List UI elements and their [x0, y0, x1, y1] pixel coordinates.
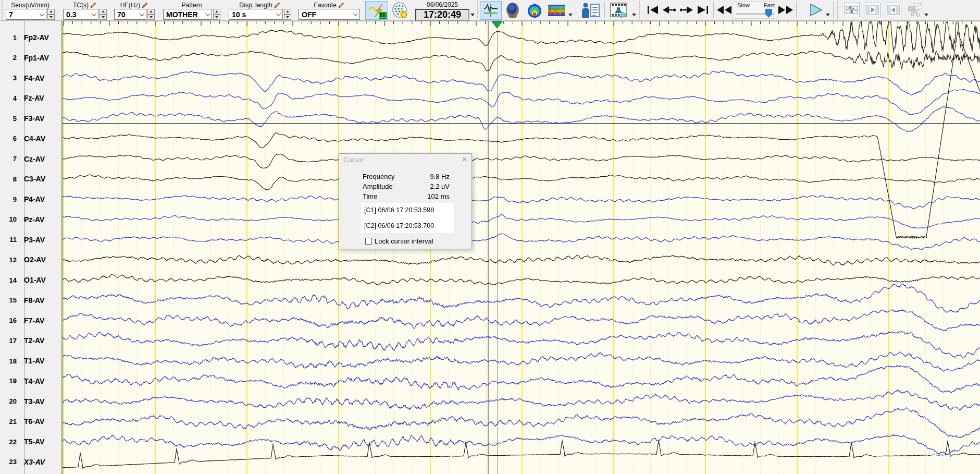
rewind-button[interactable] [716, 2, 733, 18]
lock-cursor-interval-row: Lock cursor interval [365, 237, 433, 245]
channel-label-panel: 1Fp2-AV2Fp1-AV3F4-AV4Fz-AV5F3-AV6C4-AV7C… [0, 21, 63, 474]
toolbar-separator [833, 2, 834, 18]
clip-dropdown-arrow-icon[interactable] [924, 14, 928, 16]
channel-row[interactable]: 5F3-AV [0, 113, 63, 124]
channel-row[interactable]: 11P3-AV [0, 235, 63, 245]
play-dropdown-arrow-icon[interactable] [826, 14, 830, 16]
view-dropdown-arrow-icon[interactable] [568, 14, 573, 16]
spin-up-icon[interactable] [213, 9, 220, 15]
video-dropdown-arrow-icon[interactable] [632, 14, 636, 16]
close-icon[interactable]: ✕ [462, 155, 467, 163]
channel-row[interactable]: 4Fz-AV [0, 93, 63, 103]
page-back-button[interactable] [661, 2, 678, 18]
clip-play-button[interactable] [865, 3, 880, 17]
channel-label: X3-AV [21, 458, 45, 466]
clip-reverse-button[interactable] [886, 3, 901, 17]
channel-row[interactable]: 6C4-AV [0, 133, 63, 144]
hf-spinner[interactable] [147, 9, 155, 20]
spin-down-icon[interactable] [147, 15, 155, 20]
disp-length-combo[interactable]: 10 s [229, 9, 283, 20]
pencil-icon[interactable] [274, 2, 281, 8]
pattern-combo[interactable]: MOTHER [163, 9, 212, 20]
sens-combo[interactable]: 7 [6, 9, 46, 20]
spin-up-icon[interactable] [100, 9, 107, 15]
channel-row[interactable]: 14O1-AV [0, 275, 63, 285]
spin-down-icon[interactable] [213, 15, 220, 20]
clip-wave-button[interactable] [844, 3, 860, 17]
sens-spinner[interactable] [47, 9, 55, 20]
eeg-trace-area[interactable] [63, 21, 980, 474]
clip-cut-button[interactable] [908, 3, 923, 17]
channel-row[interactable]: 19T4-AV [0, 376, 63, 386]
disp-length-spinner[interactable] [284, 9, 291, 20]
channel-row[interactable]: 12O2-AV [0, 254, 63, 265]
channel-row[interactable]: 7Cz-AV [0, 154, 63, 164]
pencil-icon[interactable] [142, 2, 148, 8]
speed-slider[interactable]: Slow Fast [733, 1, 777, 19]
notch-filter-button[interactable]: 50 [365, 1, 388, 20]
page-forward-button[interactable] [678, 2, 694, 18]
play-button[interactable] [807, 2, 825, 18]
channel-row[interactable]: 18T1-AV [0, 356, 63, 366]
spin-up-icon[interactable] [47, 9, 55, 15]
dsa-trend-button[interactable] [545, 1, 567, 20]
patient-info-icon [580, 2, 600, 19]
channel-row[interactable]: 21T6-AV [0, 416, 63, 427]
pattern-spinner[interactable] [213, 9, 220, 20]
page-forward-icon [679, 6, 693, 14]
channel-row[interactable]: 17T2-AV [0, 335, 63, 346]
channel-number: 8 [0, 175, 21, 183]
channel-label: Fp1-AV [21, 54, 49, 62]
waveform-view-icon [483, 3, 499, 18]
channel-number: 7 [0, 155, 21, 163]
favorite-combo[interactable]: OFF [299, 9, 360, 20]
time-display[interactable]: 17:20:49 [415, 9, 469, 21]
channel-row[interactable]: 1Fp2-AV [0, 32, 63, 43]
c1-timestamp: [C1] 06/06 17:20:53.598 [364, 206, 451, 214]
pencil-icon[interactable] [90, 2, 97, 8]
channel-label: F8-AV [21, 296, 44, 305]
fast-forward-button[interactable] [777, 2, 794, 18]
tc-spinner[interactable] [100, 9, 107, 20]
channel-row[interactable]: 15F8-AV [0, 295, 63, 306]
spin-up-icon[interactable] [147, 9, 155, 15]
chevron-down-icon [138, 13, 146, 16]
toolbar-separator [604, 2, 605, 18]
head-3d-map-button[interactable] [502, 1, 524, 20]
cursor-dialog-title: Cursor [343, 156, 364, 164]
time-dropdown-arrow-icon[interactable] [470, 14, 475, 16]
pencil-icon[interactable] [338, 2, 345, 8]
channel-row[interactable]: 10Pz-AV [0, 214, 63, 225]
channel-row[interactable]: 2Fp1-AV [0, 53, 63, 63]
skip-to-end-button[interactable] [694, 2, 711, 18]
rewind-icon [717, 6, 731, 14]
channel-row[interactable]: 3F4-AV [0, 73, 63, 83]
disp-length-label: Disp. length [239, 2, 272, 9]
hf-label: HF(Hz) [120, 2, 141, 9]
tc-combo[interactable]: 0.3 [63, 9, 98, 20]
spin-up-icon[interactable] [284, 9, 291, 15]
topo-map-icon [527, 2, 542, 19]
spin-down-icon[interactable] [47, 15, 55, 20]
electrode-map-button[interactable] [388, 1, 411, 20]
skip-to-start-button[interactable] [644, 2, 661, 18]
waveform-view-button[interactable] [480, 1, 502, 20]
channel-row[interactable]: 20T3-AV [0, 396, 63, 407]
toolbar-separator [477, 1, 478, 19]
channel-row[interactable]: 16F7-AV [0, 315, 63, 326]
hf-combo[interactable]: 70 [114, 9, 146, 20]
amplitude-label: Amplitude [363, 183, 393, 191]
channel-row[interactable]: 23X3-AV [0, 457, 63, 467]
datetime-group: 06/06/2025 17:20:49 [415, 1, 469, 21]
spin-down-icon[interactable] [100, 15, 107, 20]
slider-thumb[interactable] [765, 9, 772, 18]
channel-row[interactable]: 22T5-AV [0, 436, 63, 447]
patient-info-button[interactable] [578, 1, 602, 20]
topo-map-button[interactable] [524, 1, 545, 20]
video-button[interactable] [607, 1, 631, 20]
lock-cursor-checkbox[interactable] [365, 238, 372, 245]
spin-down-icon[interactable] [284, 15, 291, 20]
toolbar-drag-handle[interactable] [1, 1, 4, 20]
channel-row[interactable]: 9P4-AV [0, 194, 63, 204]
channel-row[interactable]: 8C3-AV [0, 174, 63, 184]
